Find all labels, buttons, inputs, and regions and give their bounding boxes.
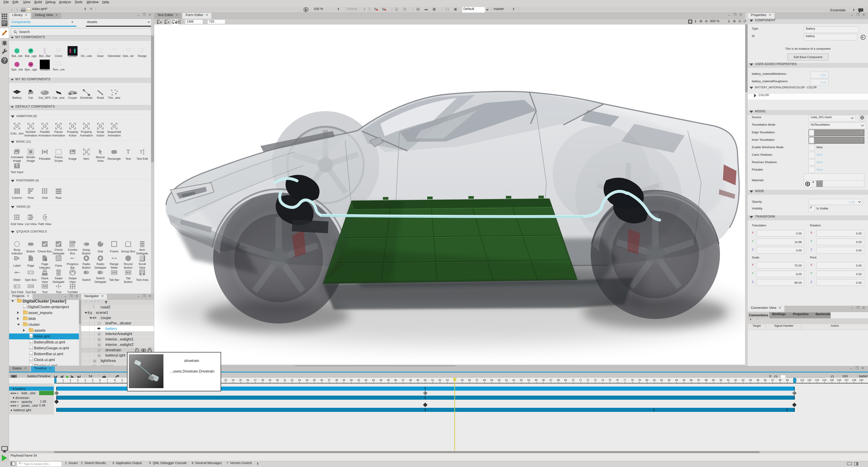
svg-text:A: A [167,21,169,24]
